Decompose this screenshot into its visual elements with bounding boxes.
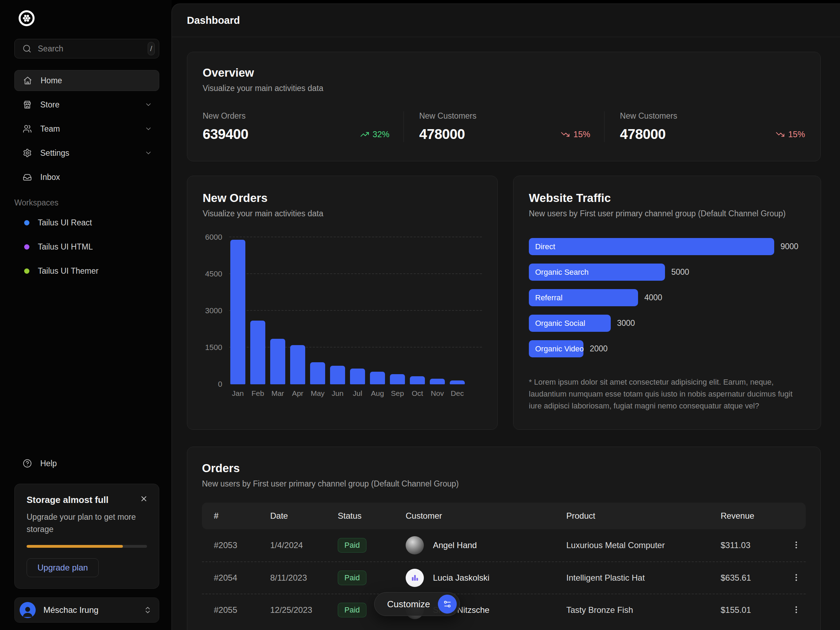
app-logo[interactable] <box>17 9 159 29</box>
hbar-row: Referral4000 <box>529 289 805 306</box>
sidebar-item-label: Store <box>40 100 136 109</box>
workspaces-heading: Workspaces <box>14 198 159 208</box>
hbar-row: Direct9000 <box>529 238 805 255</box>
storage-progress-bar <box>27 545 147 548</box>
user-menu[interactable]: Méschac Irung <box>14 597 159 623</box>
sidebar-item-settings[interactable]: Settings <box>14 142 159 163</box>
main-content: Overview Visualize your main activities … <box>172 37 840 630</box>
table-row[interactable]: #20531/4/2024PaidAngel HandLuxurious Met… <box>202 529 806 561</box>
hbar-row: Organic Search5000 <box>529 264 805 281</box>
table-row[interactable]: #205512/25/2023PaidShem NitzscheTasty Br… <box>202 594 806 626</box>
user-name: Méschac Irung <box>43 605 136 615</box>
workspace-item-html[interactable]: Tailus UI HTML <box>14 239 159 255</box>
sidebar-item-label: Team <box>40 124 136 134</box>
sidebar-item-team[interactable]: Team <box>14 118 159 139</box>
row-menu-button[interactable] <box>789 538 804 553</box>
workspace-label: Tailus UI HTML <box>38 242 93 252</box>
storage-description: Upgrade your plan to get more storage <box>27 511 142 535</box>
col-header-customer: Customer <box>406 511 566 521</box>
customer-name: Angel Hand <box>433 540 477 550</box>
search-icon <box>22 44 32 53</box>
overview-subtitle: Visualize your main activities data <box>203 84 805 93</box>
hbar-row: Organic Video2000 <box>529 340 805 357</box>
table-row[interactable]: #20548/11/2023PaidLucia JaskolskiIntelli… <box>202 561 806 594</box>
bar <box>330 366 345 384</box>
workspace-item-themer[interactable]: Tailus UI Themer <box>14 263 159 279</box>
trend-badge: 15% <box>775 129 805 139</box>
new-orders-bar-chart: 60004500300015000 JanFebMarAprMayJunJulA… <box>203 237 482 398</box>
workspace-item-react[interactable]: Tailus UI React <box>14 215 159 231</box>
chevrons-up-down-icon <box>144 606 152 614</box>
sidebar-item-home[interactable]: Home <box>14 70 159 91</box>
stat-value: 478000 <box>620 126 665 142</box>
avatar <box>20 602 36 618</box>
overview-card: Overview Visualize your main activities … <box>187 52 821 161</box>
workspace-label: Tailus UI React <box>38 218 92 227</box>
search-input[interactable] <box>38 44 141 54</box>
main-header: Dashboard <box>172 4 840 37</box>
trending-up-icon <box>360 130 369 139</box>
customer-cell: Lucia Jaskolski <box>406 569 566 587</box>
search-box[interactable]: / <box>14 39 159 58</box>
hbar-row: Organic Social3000 <box>529 315 805 332</box>
row-menu-button[interactable] <box>789 602 804 618</box>
sidebar-item-label: Settings <box>40 148 136 158</box>
orders-table: # Date Status Customer Product Revenue #… <box>202 503 806 626</box>
inbox-icon <box>23 172 32 182</box>
bar <box>450 381 465 384</box>
status-badge: Paid <box>338 603 366 617</box>
workspace-dot-purple <box>24 244 29 249</box>
bar <box>370 372 385 384</box>
avatar <box>406 536 424 554</box>
trend-badge: 15% <box>561 129 590 139</box>
bar-value-label: 4000 <box>644 293 662 302</box>
bar: Organic Video <box>529 340 583 357</box>
orders-table-body: #20531/4/2024PaidAngel HandLuxurious Met… <box>202 529 806 626</box>
website-traffic-footnote: * Lorem ipsum dolor sit amet consectetur… <box>529 376 805 412</box>
row-menu-button[interactable] <box>789 570 804 586</box>
website-traffic-title: Website Traffic <box>529 191 805 205</box>
bar: Organic Search <box>529 264 665 281</box>
bar-value-label: 3000 <box>617 319 635 328</box>
storage-alert-card: Storage almost full Upgrade your plan to… <box>14 484 159 589</box>
sidebar-item-inbox[interactable]: Inbox <box>14 167 159 188</box>
x-axis-labels: JanFebMarAprMayJunJulAugSepOctNovDec <box>229 389 482 398</box>
website-traffic-bar-chart: Direct9000Organic Search5000Referral4000… <box>529 238 805 357</box>
bar <box>250 321 265 384</box>
col-header-status: Status <box>338 511 406 521</box>
trending-down-icon <box>775 130 785 139</box>
upgrade-plan-button[interactable]: Upgrade plan <box>27 558 99 577</box>
col-header-revenue: Revenue <box>721 511 789 521</box>
stat-label: New Orders <box>203 111 390 121</box>
storage-progress-fill <box>27 545 123 548</box>
col-header-id: # <box>214 511 270 521</box>
flower-dots-logo-icon <box>17 9 36 27</box>
stat-new-customers-2: New Customers 478000 15% <box>604 111 805 142</box>
help-button[interactable]: Help <box>14 455 159 472</box>
workspace-dot-blue <box>24 220 29 226</box>
overview-title: Overview <box>203 66 805 79</box>
close-icon[interactable] <box>138 493 150 505</box>
col-header-product: Product <box>566 511 721 521</box>
avatar <box>406 569 424 587</box>
main-panel: Dashboard Overview Visualize your main a… <box>172 3 840 630</box>
sidebar-item-label: Inbox <box>40 172 60 182</box>
bar <box>230 240 245 384</box>
bar-value-label: 5000 <box>671 267 689 277</box>
chart-plot-area <box>229 237 482 384</box>
bar <box>270 339 285 384</box>
bar <box>410 376 425 384</box>
bar <box>350 369 365 384</box>
new-orders-chart-subtitle: Visualize your main activities data <box>203 209 482 218</box>
sidebar-nav: Home Store Team <box>14 70 159 188</box>
customer-name: Lucia Jaskolski <box>433 573 489 583</box>
sidebar-item-store[interactable]: Store <box>14 94 159 115</box>
bar-value-label: 9000 <box>780 242 798 251</box>
customize-button[interactable]: Customize <box>374 592 460 616</box>
chevron-down-icon <box>145 125 152 133</box>
storage-title: Storage almost full <box>27 494 147 505</box>
new-orders-chart-card: New Orders Visualize your main activitie… <box>187 176 498 430</box>
bar <box>390 374 405 384</box>
chevron-down-icon <box>145 149 152 157</box>
sidebar-item-label: Home <box>41 76 62 85</box>
